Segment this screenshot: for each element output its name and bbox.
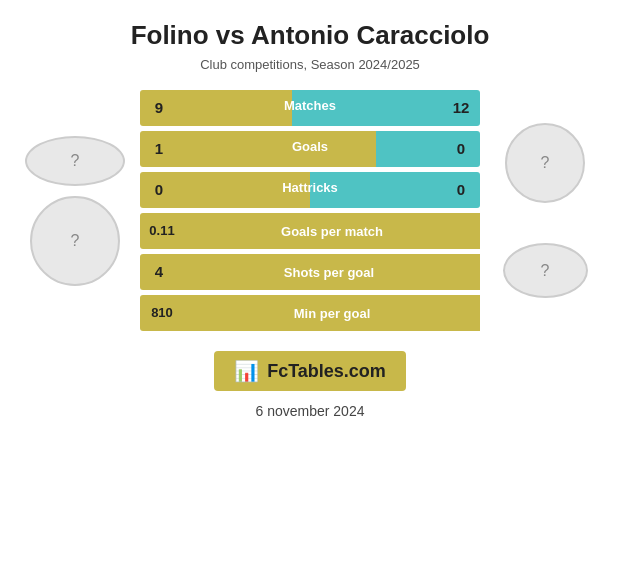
left-avatar-top-icon: ? bbox=[71, 152, 80, 170]
left-avatar-main: ? bbox=[30, 196, 120, 286]
hattricks-left-val: 0 bbox=[140, 172, 178, 208]
hattricks-right-val: 0 bbox=[442, 172, 480, 208]
left-avatar-top: ? bbox=[25, 136, 125, 186]
hattricks-label: Hattricks bbox=[282, 180, 338, 195]
spg-left-val: 4 bbox=[140, 254, 178, 290]
page: Folino vs Antonio Caracciolo Club compet… bbox=[0, 0, 620, 580]
stat-row-shots-per-goal: 4 Shots per goal bbox=[140, 254, 480, 290]
page-title: Folino vs Antonio Caracciolo bbox=[131, 20, 490, 51]
right-avatar-top-icon: ? bbox=[541, 154, 550, 172]
right-avatar-bottom: ? bbox=[503, 243, 588, 298]
goals-right-val: 0 bbox=[442, 131, 480, 167]
goals-label: Goals bbox=[292, 139, 328, 154]
date-text: 6 november 2024 bbox=[256, 403, 365, 419]
gpm-left-val: 0.11 bbox=[140, 213, 184, 249]
page-subtitle: Club competitions, Season 2024/2025 bbox=[200, 57, 420, 72]
goals-left-val: 1 bbox=[140, 131, 178, 167]
right-avatar-top: ? bbox=[505, 123, 585, 203]
stat-row-min-per-goal: 810 Min per goal bbox=[140, 295, 480, 331]
mpg-label: Min per goal bbox=[294, 306, 371, 321]
left-avatar-main-icon: ? bbox=[71, 232, 80, 250]
logo-area: 📊 FcTables.com bbox=[214, 351, 406, 391]
comparison-area: ? ? 9 Matches 12 1 bbox=[10, 90, 610, 331]
stat-row-matches: 9 Matches 12 bbox=[140, 90, 480, 126]
matches-right-val: 12 bbox=[442, 90, 480, 126]
stat-row-hattricks: 0 Hattricks 0 bbox=[140, 172, 480, 208]
stat-row-goals: 1 Goals 0 bbox=[140, 131, 480, 167]
left-avatars: ? ? bbox=[20, 136, 130, 286]
gpm-label: Goals per match bbox=[281, 224, 383, 239]
right-avatar-bottom-icon: ? bbox=[541, 262, 550, 280]
spg-label: Shots per goal bbox=[284, 265, 374, 280]
right-avatars: ? ? bbox=[490, 123, 600, 298]
matches-left-val: 9 bbox=[140, 90, 178, 126]
stats-container: 9 Matches 12 1 Goals 0 0 bbox=[140, 90, 480, 331]
logo-icon: 📊 bbox=[234, 359, 259, 383]
stat-row-goals-per-match: 0.11 Goals per match bbox=[140, 213, 480, 249]
matches-label: Matches bbox=[284, 98, 336, 113]
logo-text: FcTables.com bbox=[267, 361, 386, 382]
mpg-left-val: 810 bbox=[140, 295, 184, 331]
